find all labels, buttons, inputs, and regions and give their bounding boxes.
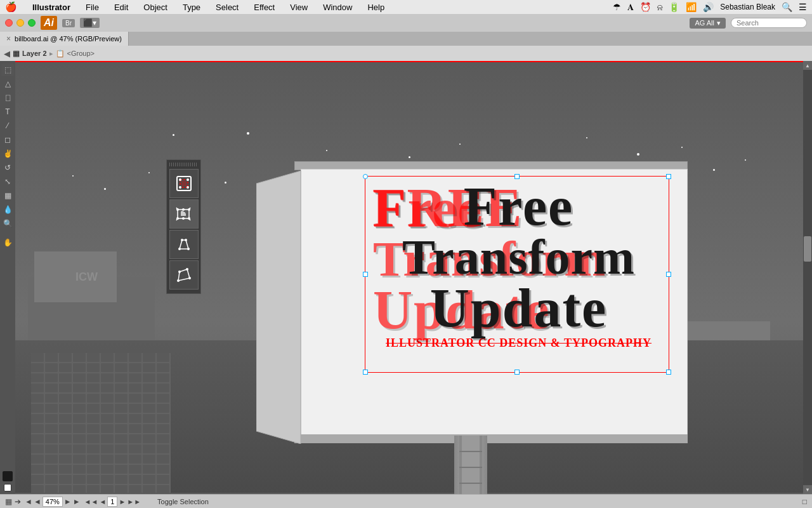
fullscreen-button[interactable] [28, 19, 36, 27]
line-tool[interactable]: ∕ [1, 119, 14, 132]
app-name-menu[interactable]: Illustrator [30, 3, 73, 12]
billboard-container: Free Free Transform Transform Update Upd… [256, 169, 688, 494]
svg-point-34 [186, 268, 188, 271]
snow-dot [713, 169, 715, 171]
search-input[interactable] [731, 18, 807, 28]
svg-point-23 [188, 217, 190, 220]
last-page-button[interactable]: ►► [127, 498, 141, 505]
view-menu[interactable]: View [287, 3, 310, 12]
snow-dot [409, 156, 410, 158]
pole-ladder [459, 436, 482, 494]
handle-bottom-center[interactable] [514, 370, 520, 375]
rotate-tool[interactable]: ↺ [1, 161, 14, 174]
type-menu[interactable]: Type [180, 3, 203, 12]
canvas-area[interactable]: ICW [15, 61, 803, 494]
snow-dot [72, 175, 74, 177]
battery-icon[interactable]: 🔋 [669, 2, 679, 12]
svg-rect-3 [459, 436, 482, 494]
snow-dot [148, 172, 150, 173]
effect-menu[interactable]: Effect [251, 3, 277, 12]
object-menu[interactable]: Object [141, 3, 170, 12]
document-tab[interactable]: × billboard.ai @ 47% (RGB/Preview) [0, 32, 129, 46]
back-arrow[interactable]: ◀ [4, 49, 10, 58]
handle-top-left[interactable] [363, 174, 368, 179]
doc-title: billboard.ai @ 47% (RGB/Preview) [15, 35, 122, 43]
select-tool[interactable]: ⬚ [1, 64, 14, 76]
bluetooth-icon[interactable]: ⍾ [657, 2, 662, 12]
zoom-tool[interactable]: 🔍 [1, 217, 14, 230]
status-bar: ▦ ➔ ◄ ◄ 47% ► ► ◄◄ ◄ 1 ► ►► Toggle Selec… [0, 494, 812, 508]
adobe-cc-icon[interactable]: ☂ [613, 2, 621, 12]
scroll-track-vertical[interactable] [803, 70, 812, 485]
eyedropper-tool[interactable]: 💧 [1, 203, 14, 216]
next-page-button[interactable]: ► [119, 498, 126, 505]
resize-handle-icon[interactable]: □ [802, 497, 807, 506]
brush-tool[interactable]: ✌ [1, 147, 14, 160]
zoom-value-display[interactable]: 47% [43, 497, 63, 507]
svg-rect-1 [31, 353, 171, 493]
doc-close-button[interactable]: × [6, 34, 11, 43]
layer-name: Layer 2 [22, 50, 47, 57]
stroke-color[interactable] [4, 484, 11, 491]
snow-dot [326, 150, 327, 151]
transform-constraints-icon [174, 174, 193, 193]
scroll-down-arrow[interactable]: ▼ [803, 485, 812, 494]
scale-tool[interactable]: ⤡ [1, 175, 14, 188]
type-tool[interactable]: T [1, 105, 14, 118]
free-transform-tool[interactable] [169, 199, 199, 229]
scene-text-icw: ICW [75, 271, 98, 284]
gradient-tool[interactable]: ▦ [1, 189, 14, 202]
handle-mid-right[interactable] [666, 272, 671, 277]
zoom-next2-button[interactable]: ► [73, 497, 81, 506]
time-machine-icon[interactable]: ⏰ [640, 2, 651, 12]
hand-tool[interactable]: ✋ [1, 236, 14, 249]
zoom-next-button[interactable]: ► [64, 497, 72, 506]
first-page-button[interactable]: ◄◄ [84, 498, 98, 505]
menu-bar: 🍎 Illustrator File Edit Object Type Sele… [0, 0, 812, 14]
zoom-prev2-button[interactable]: ◄ [34, 497, 41, 506]
help-menu[interactable]: Help [365, 3, 387, 12]
svg-point-15 [179, 178, 181, 181]
select-menu[interactable]: Select [213, 3, 241, 12]
layers-icon[interactable]: ▦ [5, 497, 12, 506]
perspective-distort-tool[interactable] [169, 230, 199, 259]
prev-page-button[interactable]: ◄ [99, 498, 106, 505]
close-button[interactable] [5, 19, 13, 27]
scroll-thumb-vertical[interactable] [804, 236, 811, 262]
pen-tool[interactable]: ⎕ [1, 91, 14, 104]
search-icon[interactable]: 🔍 [782, 2, 792, 12]
fill-color[interactable] [3, 471, 13, 481]
handle-bottom-right[interactable] [666, 370, 671, 375]
scroll-up-arrow[interactable]: ▲ [803, 61, 812, 70]
list-icon[interactable]: ☰ [799, 2, 807, 12]
billboard-frame-bottom [294, 434, 688, 443]
minimize-button[interactable] [16, 19, 24, 27]
transform-constraints-tool[interactable] [169, 169, 199, 198]
window-menu[interactable]: Window [320, 3, 355, 12]
svg-rect-14 [181, 181, 187, 186]
artboards-icon[interactable]: ➔ [15, 497, 21, 506]
fonts-icon[interactable]: 𝐀 [627, 2, 634, 13]
workspace-button[interactable]: ⬛▾ [80, 18, 100, 28]
handle-bottom-left[interactable] [363, 370, 368, 375]
file-menu[interactable]: File [83, 3, 102, 12]
direct-select-tool[interactable]: △ [1, 77, 14, 90]
apple-menu[interactable]: 🍎 [5, 1, 17, 13]
zoom-control: ◄ ◄ 47% ► ► [25, 497, 81, 507]
sound-icon[interactable]: 🔊 [703, 2, 714, 12]
billboard-scene: ICW [15, 61, 803, 494]
wifi-icon[interactable]: 📶 [686, 2, 697, 12]
zoom-prev-button[interactable]: ◄ [25, 497, 32, 506]
edit-menu[interactable]: Edit [112, 3, 131, 12]
layer-bar: ◀ ▦ Layer 2 ▸ 📋 <Group> [0, 46, 812, 61]
ag-all-button[interactable]: AG All ▾ [690, 18, 726, 29]
free-distort-tool[interactable] [169, 260, 199, 290]
handle-mid-left[interactable] [363, 272, 368, 277]
main-layout: ⬚ △ ⎕ T ∕ ◻ ✌ ↺ ⤡ ▦ 💧 🔍 ✋ [0, 61, 812, 494]
bridge-button[interactable]: Br [62, 19, 75, 27]
handle-top-right[interactable] [666, 174, 671, 179]
svg-point-21 [188, 208, 190, 211]
ai-app-logo: Ai [41, 16, 57, 30]
shape-tool[interactable]: ◻ [1, 133, 14, 146]
page-number-display[interactable]: 1 [107, 497, 117, 507]
